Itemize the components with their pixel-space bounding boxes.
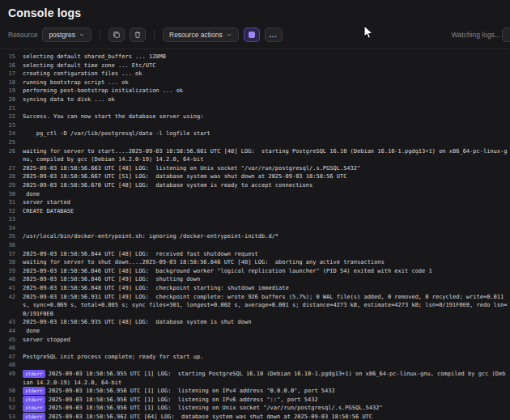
log-content: 2025-09-03 18:58:56.670 UTC [48] LOG: da…	[23, 181, 508, 190]
log-row: 27 2025-09-03 18:58:56.663 UTC [48] LOG:…	[0, 164, 508, 173]
log-content: running bootstrap script ... ok	[23, 78, 508, 87]
log-content: creating configuration files ... ok	[23, 70, 508, 78]
log-row: 37 2025-09-03 18:58:56.844 UTC [48] LOG:…	[0, 250, 508, 259]
log-content: stderr2025-09-03 18:58:56.956 UTC [1] LO…	[23, 396, 508, 405]
line-number: 21	[0, 104, 23, 113]
log-row: 49 stderr2025-09-03 18:58:56.955 UTC [1]…	[0, 370, 508, 387]
log-content: stderr2025-09-03 18:58:56.956 UTC [1] LO…	[23, 404, 508, 413]
log-row: 24 pg_ctl -D /var/lib/postgresql/data -l…	[0, 129, 508, 138]
stderr-badge: stderr	[23, 387, 45, 395]
chevron-down-icon	[226, 32, 232, 38]
log-content	[23, 241, 508, 250]
log-toolbar: Resource postgres Resource actions ... W…	[0, 23, 510, 49]
panel-header: Console logs	[0, 0, 510, 23]
log-text: /usr/local/bin/docker-entrypoint.sh: ign…	[23, 233, 278, 240]
stream-indicator-button[interactable]	[244, 28, 260, 42]
line-number: 34	[0, 224, 23, 233]
log-text: 2025-09-03 18:58:56.956 UTC [1] LOG: lis…	[49, 405, 383, 411]
log-content: pg_ctl -D /var/lib/postgresql/data -l lo…	[23, 129, 508, 138]
toolbar-divider	[100, 30, 100, 40]
log-row: 21	[0, 104, 508, 113]
log-content: 2025-09-03 18:58:56.846 UTC [48] LOG: ba…	[23, 267, 508, 276]
log-row: 15 selecting default shared_buffers ... …	[0, 53, 508, 62]
log-content	[23, 121, 508, 130]
line-number: 49	[0, 370, 23, 387]
log-row: 39 2025-09-03 18:58:56.846 UTC [48] LOG:…	[0, 267, 508, 276]
resource-select[interactable]: postgres	[42, 28, 91, 42]
log-row: 29 2025-09-03 18:58:56.670 UTC [48] LOG:…	[0, 181, 508, 190]
log-text: 2025-09-03 18:58:56.667 UTC [51] LOG: da…	[23, 173, 346, 180]
log-text: 2025-09-03 18:58:56.931 UTC [49] LOG: ch…	[23, 294, 507, 317]
right-edge-select[interactable]	[502, 28, 510, 42]
log-row: 19 performing post-bootstrap initializat…	[0, 87, 508, 95]
log-content: stderr2025-09-03 18:58:56.955 UTC [1] LO…	[23, 370, 508, 387]
log-content: 2025-09-03 18:58:56.844 UTC [48] LOG: re…	[23, 250, 508, 259]
line-number: 24	[0, 129, 23, 138]
log-text: 2025-09-03 18:58:56.670 UTC [48] LOG: da…	[23, 182, 312, 189]
log-row: 20 syncing data to disk ... ok	[0, 95, 508, 104]
log-content: server started	[23, 198, 508, 207]
log-text: 2025-09-03 18:58:56.846 UTC [48] LOG: ba…	[23, 268, 432, 274]
log-content: stderr2025-09-03 18:58:56.956 UTC [1] LO…	[23, 387, 508, 396]
log-row: 38 waiting for server to shut down....20…	[0, 258, 508, 267]
log-text: 2025-09-03 18:58:56.844 UTC [48] LOG: re…	[23, 251, 258, 257]
line-number: 15	[0, 53, 23, 62]
log-content: performing post-bootstrap initialization…	[23, 87, 508, 95]
log-row: 52 stderr2025-09-03 18:58:56.956 UTC [1]…	[0, 404, 508, 413]
line-number: 47	[0, 353, 23, 362]
log-row: 46	[0, 344, 508, 353]
resource-label: Resource	[8, 31, 37, 39]
line-number: 20	[0, 95, 23, 104]
log-content: PostgreSQL init process complete; ready …	[23, 353, 508, 362]
line-number: 26	[0, 147, 23, 164]
log-text: syncing data to disk ... ok	[23, 96, 115, 103]
stderr-badge: stderr	[23, 404, 45, 412]
copy-icon	[113, 31, 121, 39]
log-text: waiting for server to shut down....2025-…	[23, 259, 385, 265]
line-number: 17	[0, 70, 23, 78]
line-number: 40	[0, 275, 23, 284]
line-number: 29	[0, 181, 23, 190]
log-row: 47 PostgreSQL init process complete; rea…	[0, 353, 508, 362]
line-number: 42	[0, 293, 23, 319]
purple-square-icon	[249, 32, 255, 38]
log-content: selecting default time zone ... Etc/UTC	[23, 62, 508, 70]
log-row: 45 server stopped	[0, 336, 508, 345]
log-text: selecting default time zone ... Etc/UTC	[23, 62, 155, 69]
log-text: 2025-09-03 18:58:56.955 UTC [1] LOG: sta…	[23, 371, 505, 386]
more-options-button[interactable]: ...	[265, 28, 283, 42]
line-number: 36	[0, 241, 23, 250]
log-content	[23, 224, 508, 233]
log-content: /usr/local/bin/docker-entrypoint.sh: ign…	[23, 232, 508, 241]
log-row: 16 selecting default time zone ... Etc/U…	[0, 62, 508, 70]
log-content: done	[23, 327, 508, 336]
log-content: 2025-09-03 18:58:56.667 UTC [51] LOG: da…	[23, 172, 508, 181]
log-row: 25	[0, 138, 508, 147]
line-number: 22	[0, 112, 23, 121]
trash-icon	[134, 31, 142, 39]
log-text: 2025-09-03 18:58:56.956 UTC [1] LOG: lis…	[49, 397, 318, 403]
line-number: 30	[0, 190, 23, 199]
line-number: 27	[0, 164, 23, 173]
resource-actions-select[interactable]: Resource actions	[163, 28, 239, 42]
clear-logs-button[interactable]	[130, 28, 146, 42]
log-content: CREATE DATABASE	[23, 207, 508, 216]
log-row: 44 done	[0, 327, 508, 336]
log-output[interactable]: 15 selecting default shared_buffers ... …	[0, 49, 510, 420]
copy-logs-button[interactable]	[108, 28, 125, 42]
log-text: selecting default shared_buffers ... 128…	[23, 53, 166, 60]
log-text: server started	[23, 199, 70, 206]
log-row: 34	[0, 224, 508, 233]
log-content: selecting default shared_buffers ... 128…	[23, 53, 508, 62]
log-row: 17 creating configuration files ... ok	[0, 70, 508, 78]
line-number: 45	[0, 336, 23, 345]
log-content: done	[23, 190, 508, 199]
log-content	[23, 361, 508, 370]
line-number: 18	[0, 78, 23, 87]
log-row: 43 2025-09-03 18:58:56.935 UTC [48] LOG:…	[0, 318, 508, 327]
line-number: 52	[0, 404, 23, 413]
log-text: pg_ctl -D /var/lib/postgresql/data -l lo…	[23, 130, 210, 137]
log-row: 33	[0, 215, 508, 224]
log-row: 50 stderr2025-09-03 18:58:56.956 UTC [1]…	[0, 387, 508, 396]
line-number: 32	[0, 207, 23, 216]
